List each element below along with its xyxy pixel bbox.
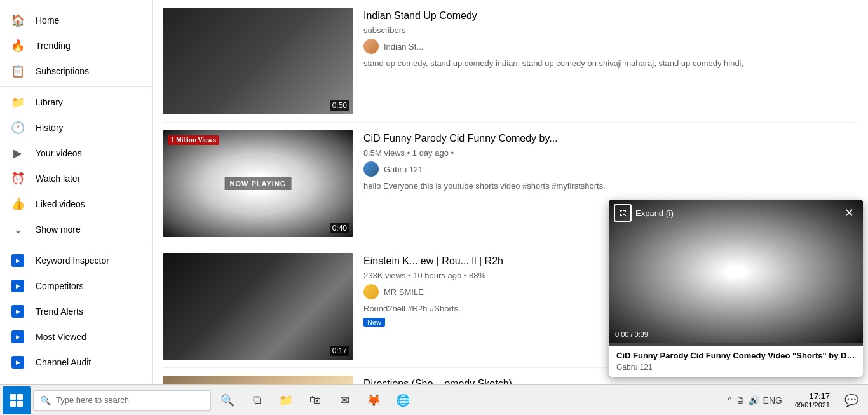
sidebar-item-watch-later[interactable]: ⏰ Watch later (0, 166, 152, 191)
mini-player-channel: Gabru 121 (616, 363, 855, 372)
most-viewed-icon (10, 329, 25, 344)
sidebar-label-channel-audit: Channel Audit (36, 357, 91, 367)
sidebar-label-trending: Trending (36, 41, 71, 51)
sidebar-item-show-more[interactable]: ⌄ Show more (0, 217, 152, 242)
taskbar-store-button[interactable]: 🛍 (301, 386, 329, 414)
competitors-icon (10, 278, 25, 294)
sidebar-item-liked-videos[interactable]: 👍 Liked videos (0, 191, 152, 217)
sidebar-item-trending[interactable]: 🔥 Trending (0, 33, 152, 58)
taskbar-mail-button[interactable]: ✉ (330, 386, 358, 414)
taskbar-right: ^ 🖥 🔊 ENG 17:17 09/01/2021 💬 (722, 386, 865, 414)
trend-alerts-icon (10, 304, 25, 319)
mini-player-expand-button[interactable]: Expand (ī) (614, 204, 674, 222)
library-icon: 📁 (10, 95, 25, 110)
taskbar-task-view-button[interactable]: ⧉ (243, 386, 271, 414)
new-badge-3: New (363, 318, 385, 327)
sidebar-item-subscriptions[interactable]: 📋 Subscriptions (0, 58, 152, 84)
sidebar-label-subscriptions: Subscriptions (36, 66, 89, 76)
notification-button[interactable]: 💬 (837, 386, 865, 414)
mini-next-button[interactable]: ⏭ (727, 261, 745, 282)
video-desc-1: stand up comedy, stand up comedy indian,… (363, 58, 858, 69)
sidebar-item-home[interactable]: 🏠 Home (0, 8, 152, 33)
channel-name-3[interactable]: MR SMILE (384, 287, 424, 297)
sidebar-label-competitors: Competitors (36, 281, 83, 291)
mini-player-header: Expand (ī) ✕ (609, 200, 863, 226)
sidebar-item-keyword-inspector[interactable]: Keyword Inspector (0, 248, 152, 273)
channel-avatar-3 (363, 284, 379, 299)
start-button[interactable] (3, 386, 31, 414)
taskbar-search-button[interactable]: 🔍 (214, 386, 241, 414)
mini-player-title: CiD Funny Parody Cid Funny Comedy Video … (616, 351, 855, 362)
video-stats-2: 8.5M views • 1 day ago • (363, 148, 858, 158)
sidebar-item-your-videos[interactable]: ▶ Your videos (0, 140, 152, 166)
your-videos-icon: ▶ (10, 146, 25, 161)
home-icon: 🏠 (10, 13, 25, 28)
sidebar-label-liked: Liked videos (36, 199, 85, 209)
sidebar-item-most-viewed[interactable]: Most Viewed (0, 324, 152, 350)
taskbar-app-icons: 🔍 ⧉ 📁 🛍 ✉ 🦊 🌐 (214, 386, 417, 414)
video-title-4[interactable]: Directions (Sho... omedy Sketch) (363, 377, 858, 384)
clock[interactable]: 17:17 09/01/2021 (790, 391, 835, 409)
tray-volume-icon[interactable]: 🔊 (749, 395, 759, 405)
subscriptions-icon: 📋 (10, 64, 25, 79)
mini-player-progress-bar[interactable] (609, 343, 863, 346)
sidebar-label-show-more: Show more (36, 224, 81, 235)
search-icon: 🔍 (40, 395, 51, 405)
taskbar-firefox-button[interactable]: 🦊 (360, 386, 388, 414)
sidebar-section-main: 🏠 Home 🔥 Trending 📋 Subscriptions (0, 5, 152, 87)
mini-player: Expand (ī) ✕ ⏭ 0:00 / 0:39 CiD Funny Par… (609, 200, 863, 377)
sidebar-item-history[interactable]: 🕐 History (0, 115, 152, 140)
channel-row-2: Gabru 121 (363, 161, 858, 177)
history-icon: 🕐 (10, 120, 25, 135)
sidebar-label-most-viewed: Most Viewed (36, 332, 86, 342)
tray-language-icon[interactable]: ENG (763, 395, 782, 405)
mini-player-info: CiD Funny Parody Cid Funny Comedy Video … (609, 346, 863, 377)
sidebar-label-your-videos: Your videos (36, 148, 82, 158)
expand-icon (614, 204, 632, 222)
video-thumbnail-3[interactable]: 0:17 (163, 253, 353, 360)
sidebar: 🏠 Home 🔥 Trending 📋 Subscriptions 📁 Libr… (0, 0, 153, 384)
taskbar-chrome-button[interactable]: 🌐 (389, 386, 417, 414)
watch-later-icon: ⏰ (10, 171, 25, 186)
video-duration-1: 0:50 (330, 100, 349, 111)
search-placeholder: Type here to search (56, 395, 129, 405)
sidebar-item-channel-audit[interactable]: Channel Audit (0, 350, 152, 375)
sidebar-item-trend-alerts[interactable]: Trend Alerts (0, 299, 152, 324)
video-thumbnail-4[interactable] (163, 376, 353, 384)
sidebar-label-keyword-inspector: Keyword Inspector (36, 255, 109, 266)
video-title-1[interactable]: Indian Stand Up Comedy (363, 9, 858, 23)
channel-name-2[interactable]: Gabru 121 (384, 165, 423, 174)
sidebar-section-library: 📁 Library 🕐 History ▶ Your videos ⏰ Watc… (0, 87, 152, 245)
video-duration-3: 0:17 (330, 346, 349, 356)
video-stats-1: subscribers (363, 25, 858, 35)
taskbar-search[interactable]: 🔍 Type here to search (33, 390, 211, 411)
system-tray: ^ 🖥 🔊 ENG (722, 395, 787, 405)
notification-icon: 💬 (844, 393, 858, 407)
sidebar-label-history: History (36, 123, 64, 133)
trending-icon: 🔥 (10, 38, 25, 53)
sidebar-label-home: Home (36, 15, 59, 25)
channel-row-1: Indian St... (363, 39, 858, 54)
video-thumbnail-1[interactable]: 0:50 (163, 8, 353, 114)
video-thumbnail-2[interactable]: 1 Million Views NOW PLAYING 0:40 (163, 130, 353, 237)
clock-date: 09/01/2021 (795, 401, 830, 409)
mini-player-time: 0:00 / 0:39 (615, 330, 648, 338)
sidebar-item-competitors[interactable]: Competitors (0, 273, 152, 299)
tray-chevron-icon[interactable]: ^ (728, 395, 732, 405)
video-title-2[interactable]: CiD Funny Parody Cid Funny Comedy by... (363, 132, 858, 146)
channel-name-1[interactable]: Indian St... (384, 42, 423, 51)
liked-icon: 👍 (10, 196, 25, 212)
channel-audit-icon (10, 355, 25, 370)
windows-logo-icon (10, 394, 23, 407)
sidebar-section-ext: Keyword Inspector Competitors Trend Aler… (0, 245, 152, 378)
taskbar: 🔍 Type here to search 🔍 ⧉ 📁 🛍 ✉ 🦊 🌐 ^ 🖥 … (0, 384, 868, 415)
mini-player-close-button[interactable]: ✕ (840, 204, 858, 222)
sidebar-item-library[interactable]: 📁 Library (0, 90, 152, 115)
video-duration-2: 0:40 (330, 223, 349, 233)
tray-network-icon[interactable]: 🖥 (736, 395, 745, 405)
channel-avatar-2 (363, 161, 379, 177)
sidebar-label-library: Library (36, 97, 63, 107)
taskbar-file-explorer-button[interactable]: 📁 (272, 386, 300, 414)
video-info-4: Directions (Sho... omedy Sketch) (363, 376, 858, 384)
sidebar-label-trend-alerts: Trend Alerts (36, 306, 83, 316)
